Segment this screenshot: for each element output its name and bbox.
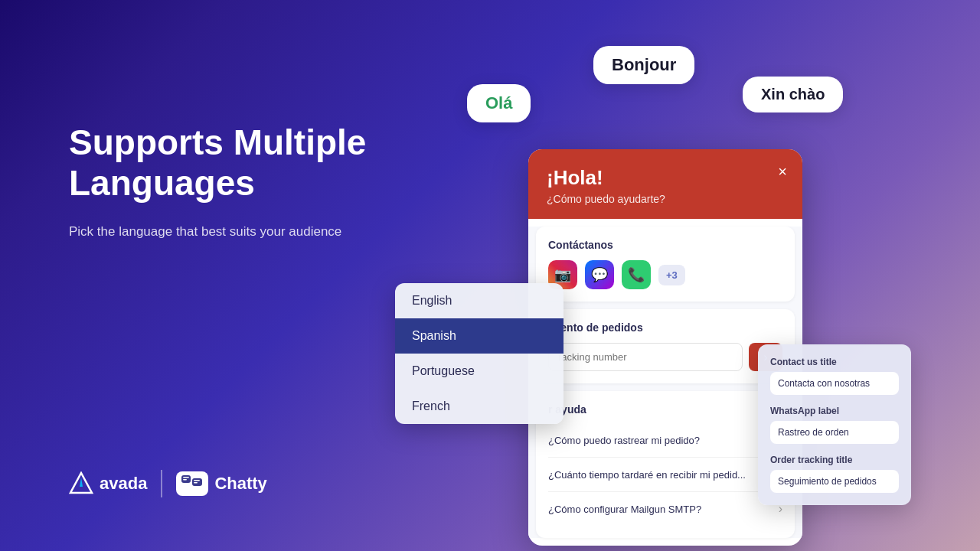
language-dropdown: English Spanish Portuguese French: [395, 283, 564, 424]
lang-french[interactable]: French: [395, 389, 564, 424]
settings-input-contact[interactable]: Contacta con nosotras: [770, 372, 899, 395]
faq-item-2[interactable]: ¿Cuánto tiempo tardaré en recibir mi ped…: [548, 458, 782, 492]
faq-text-1: ¿Cómo puedo rastrear mi pedido?: [548, 435, 779, 446]
settings-input-order[interactable]: Seguimiento de pedidos: [770, 470, 899, 493]
speech-bubble-bonjour: Bonjour: [593, 46, 694, 84]
tracking-input[interactable]: [548, 343, 743, 371]
messenger-icon[interactable]: 💬: [585, 260, 614, 289]
avada-logo: avada: [69, 471, 147, 496]
chat-header: ¡Hola! ¿Cómo puedo ayudarte? ×: [528, 149, 802, 219]
settings-field-contact: Contact us title Contacta con nosotras: [770, 357, 899, 395]
settings-label-whatsapp: WhatsApp label: [770, 406, 899, 416]
settings-panel: Contact us title Contacta con nosotras W…: [758, 344, 911, 505]
svg-marker-1: [80, 478, 83, 487]
left-section: Supports Multiple Languages Pick the lan…: [69, 122, 398, 241]
social-icons: 📷 💬 📞 +3: [548, 260, 782, 289]
lang-english[interactable]: English: [395, 283, 564, 318]
tracking-title: miento de pedidos: [548, 321, 782, 334]
svg-rect-6: [194, 480, 200, 481]
phone-icon[interactable]: 📞: [622, 260, 651, 289]
main-heading: Supports Multiple Languages: [69, 122, 398, 204]
settings-field-whatsapp: WhatsApp label Rastreo de orden: [770, 406, 899, 444]
faq-item-3[interactable]: ¿Cómo configurar Mailgun SMTP? ›: [548, 492, 782, 526]
lang-spanish[interactable]: Spanish: [395, 318, 564, 354]
chatty-text: Chatty: [214, 474, 266, 494]
settings-label-contact: Contact us title: [770, 357, 899, 367]
tracking-input-row: ›: [548, 343, 782, 371]
contact-section: Contáctanos 📷 💬 📞 +3: [536, 227, 795, 302]
faq-item-1[interactable]: ¿Cómo puedo rastrear mi pedido? ›: [548, 423, 782, 458]
logo-area: avada Chatty: [69, 470, 267, 497]
sub-text: Pick the language that best suits your a…: [69, 222, 398, 242]
logo-divider: [161, 470, 162, 497]
svg-rect-4: [183, 479, 187, 481]
settings-input-whatsapp[interactable]: Rastreo de orden: [770, 421, 899, 444]
chatty-icon: [176, 471, 208, 496]
avada-icon: [69, 471, 93, 496]
chatty-logo: Chatty: [176, 471, 266, 496]
chat-subtitle: ¿Cómo puedo ayudarte?: [547, 193, 784, 205]
plus-badge: +3: [658, 265, 685, 285]
chat-title: ¡Hola!: [547, 166, 784, 190]
chatty-bubble-icon: [181, 475, 203, 492]
speech-bubble-xin-chao: Xin chào: [743, 77, 843, 112]
lang-portuguese[interactable]: Portuguese: [395, 354, 564, 389]
tracking-section: miento de pedidos ›: [536, 309, 795, 383]
contact-title: Contáctanos: [548, 239, 782, 251]
faq-text-3: ¿Cómo configurar Mailgun SMTP?: [548, 504, 779, 515]
settings-label-order: Order tracking title: [770, 455, 899, 465]
settings-field-order: Order tracking title Seguimiento de pedi…: [770, 455, 899, 493]
help-section: r ayuda ¿Cómo puedo rastrear mi pedido? …: [536, 391, 795, 538]
faq-text-2: ¿Cuánto tiempo tardaré en recibir mi ped…: [548, 469, 779, 481]
svg-rect-7: [194, 482, 198, 484]
help-title: r ayuda: [548, 403, 782, 416]
speech-bubble-ola: Olá: [467, 84, 531, 122]
svg-rect-3: [183, 477, 189, 478]
avada-text: avada: [100, 474, 147, 494]
svg-rect-5: [192, 478, 202, 486]
chat-close-button[interactable]: ×: [778, 163, 787, 181]
